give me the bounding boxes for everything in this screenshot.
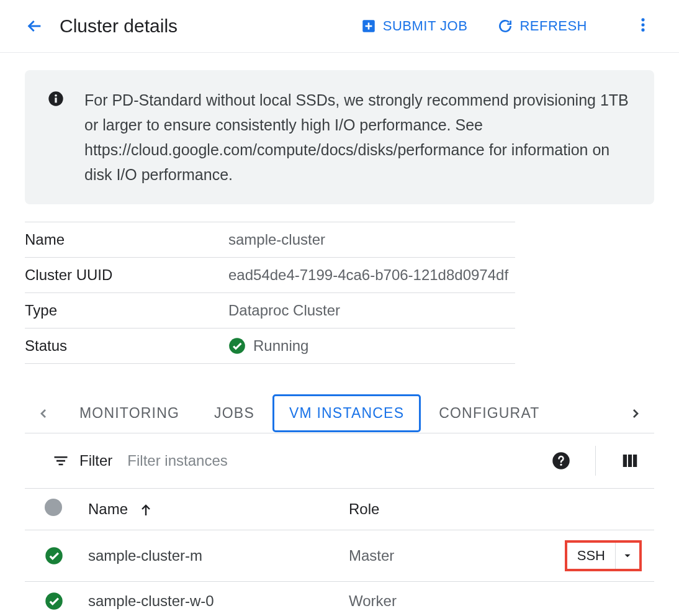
tab-vm-instances[interactable]: VM INSTANCES <box>272 394 421 433</box>
row-role-cell: Worker <box>341 582 555 617</box>
status-dot-icon <box>45 499 62 516</box>
info-banner-text: For PD-Standard without local SSDs, we s… <box>84 88 632 187</box>
row-action-cell: SSH <box>555 530 654 582</box>
detail-row-status: Status Running <box>25 328 515 364</box>
column-header-name[interactable]: Name <box>81 489 341 530</box>
column-header-role[interactable]: Role <box>341 489 555 530</box>
detail-value: sample-cluster <box>228 222 515 258</box>
columns-toggle-button[interactable] <box>621 451 654 470</box>
svg-point-9 <box>560 464 562 466</box>
detail-row-uuid: Cluster UUID ead54de4-7199-4ca6-b706-121… <box>25 258 515 293</box>
table-row[interactable]: sample-cluster-mMasterSSH <box>25 530 654 582</box>
page-title: Cluster details <box>60 16 178 37</box>
tabs-list: MONITORING JOBS VM INSTANCES CONFIGURAT <box>62 394 617 433</box>
filter-input[interactable] <box>122 450 542 472</box>
tab-configuration[interactable]: CONFIGURAT <box>421 394 557 433</box>
svg-point-2 <box>641 23 644 26</box>
submit-job-button[interactable]: SUBMIT JOB <box>353 13 475 39</box>
ssh-label: SSH <box>567 543 616 569</box>
refresh-label: REFRESH <box>519 18 587 34</box>
sort-ascending-icon <box>138 503 153 518</box>
svg-rect-11 <box>628 455 632 467</box>
ssh-dropdown-icon[interactable] <box>616 545 639 566</box>
refresh-button[interactable]: REFRESH <box>490 13 595 39</box>
row-status-cell <box>25 530 81 582</box>
back-arrow-icon[interactable] <box>25 16 45 36</box>
row-role-cell: Master <box>341 530 555 582</box>
help-icon[interactable] <box>552 451 570 470</box>
tab-scroll-left-button[interactable] <box>25 399 62 428</box>
filter-bar: Filter <box>25 433 654 489</box>
row-status-cell <box>25 582 81 617</box>
detail-row-name: Name sample-cluster <box>25 222 515 258</box>
tab-jobs[interactable]: JOBS <box>197 394 272 433</box>
table-row[interactable]: sample-cluster-w-0Worker <box>25 582 654 617</box>
info-banner: For PD-Standard without local SSDs, we s… <box>25 70 654 204</box>
svg-rect-6 <box>55 97 56 102</box>
detail-label: Type <box>25 293 228 328</box>
detail-row-type: Type Dataproc Cluster <box>25 293 515 328</box>
tabs-container: MONITORING JOBS VM INSTANCES CONFIGURAT <box>25 394 654 433</box>
row-name-cell: sample-cluster-m <box>81 530 341 582</box>
ssh-button[interactable]: SSH <box>565 540 642 571</box>
detail-label: Status <box>25 328 228 364</box>
svg-point-14 <box>45 592 63 610</box>
svg-rect-12 <box>633 455 637 467</box>
svg-point-3 <box>641 29 644 32</box>
status-running-icon <box>228 337 246 355</box>
row-action-cell <box>555 582 654 617</box>
row-name-cell: sample-cluster-w-0 <box>81 582 341 617</box>
detail-label: Name <box>25 222 228 258</box>
cluster-details-table: Name sample-cluster Cluster UUID ead54de… <box>25 222 515 364</box>
filter-icon <box>52 452 70 469</box>
more-menu-button[interactable] <box>609 11 664 41</box>
detail-value: ead54de4-7199-4ca6-b706-121d8d0974df <box>228 258 515 293</box>
column-header-status[interactable] <box>25 489 81 530</box>
divider <box>595 446 596 476</box>
tab-monitoring[interactable]: MONITORING <box>62 394 197 433</box>
submit-job-label: SUBMIT JOB <box>383 18 468 34</box>
status-value: Running <box>253 337 308 355</box>
svg-point-13 <box>45 547 63 564</box>
tab-scroll-right-button[interactable] <box>617 399 654 428</box>
page-header: Cluster details SUBMIT JOB REFRESH <box>0 0 679 53</box>
svg-point-5 <box>55 94 57 97</box>
svg-rect-10 <box>623 455 627 467</box>
info-icon <box>47 90 65 110</box>
svg-point-1 <box>641 18 644 21</box>
detail-value: Dataproc Cluster <box>228 293 515 328</box>
vm-instances-table: Name Role sample-cluster-mMasterSSHsampl… <box>25 489 654 616</box>
check-circle-icon <box>45 546 73 565</box>
check-circle-icon <box>45 592 73 610</box>
svg-point-7 <box>229 338 245 354</box>
filter-label: Filter <box>79 452 112 469</box>
detail-label: Cluster UUID <box>25 258 228 293</box>
